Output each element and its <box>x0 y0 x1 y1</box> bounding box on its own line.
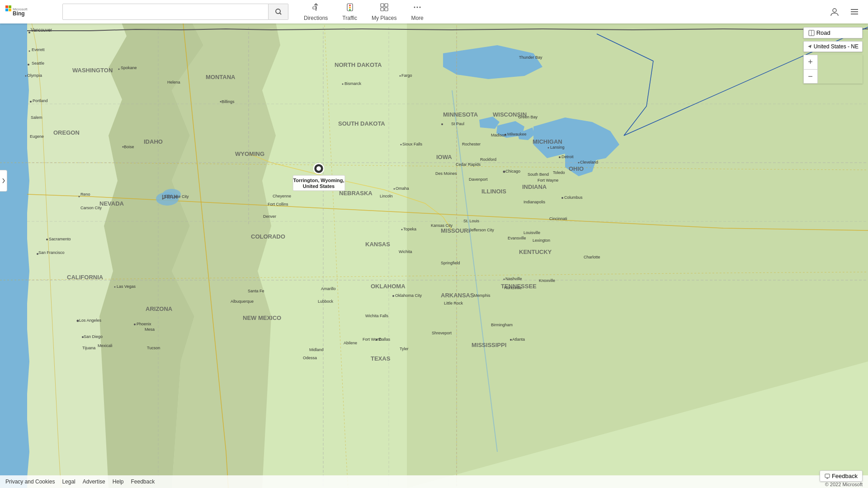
traffic-label: Traffic <box>342 15 357 21</box>
svg-text:Lubbock: Lubbock <box>318 299 334 304</box>
svg-text:ILLINOIS: ILLINOIS <box>481 188 506 195</box>
svg-text:Salem: Salem <box>31 115 42 120</box>
svg-text:Albuquerque: Albuquerque <box>231 299 254 304</box>
nav-buttons: Directions Traffic My Places More <box>297 1 430 23</box>
svg-rect-163 <box>5 9 8 11</box>
svg-text:Columbus: Columbus <box>564 195 583 200</box>
svg-text:Oklahoma City: Oklahoma City <box>395 293 422 298</box>
map-container[interactable]: Vancouver Everett Seattle Olympia Portla… <box>0 0 868 488</box>
svg-text:Mexicali: Mexicali <box>98 343 113 348</box>
svg-text:Madison: Madison <box>491 133 506 137</box>
svg-point-13 <box>28 32 30 33</box>
svg-point-41 <box>504 279 505 280</box>
svg-text:Portland: Portland <box>33 99 48 103</box>
bing-logo: Microsoft Bing <box>5 5 55 18</box>
location-selector-label: United States - NE <box>814 43 859 50</box>
bottom-feedback-link[interactable]: Feedback <box>131 479 155 485</box>
my-places-button[interactable]: My Places <box>365 1 403 23</box>
svg-text:Cincinnati: Cincinnati <box>549 216 567 221</box>
svg-point-179 <box>417 6 418 8</box>
svg-text:Amarillo: Amarillo <box>321 286 336 291</box>
svg-point-29 <box>342 84 344 85</box>
feedback-button[interactable]: Feedback <box>820 470 863 482</box>
svg-text:Phoenix: Phoenix <box>137 322 151 326</box>
svg-text:Cleveland: Cleveland <box>580 160 598 164</box>
svg-point-31 <box>401 144 402 145</box>
svg-text:Tyler: Tyler <box>400 347 409 351</box>
svg-text:San Diego: San Diego <box>84 334 103 339</box>
search-input[interactable]: Torrington, Wyoming, United States <box>62 4 269 20</box>
legal-link[interactable]: Legal <box>62 479 75 485</box>
traffic-icon <box>345 3 354 14</box>
svg-text:Bismarck: Bismarck <box>344 81 362 86</box>
svg-text:Boise: Boise <box>124 145 134 149</box>
more-button[interactable]: More <box>405 1 429 23</box>
svg-text:Olympia: Olympia <box>27 73 42 78</box>
svg-text:Evansville: Evansville <box>508 236 526 240</box>
svg-text:Sioux Falls: Sioux Falls <box>402 142 423 146</box>
svg-text:WYOMING: WYOMING <box>235 150 264 157</box>
svg-text:TENNESSEE: TENNESSEE <box>501 283 537 290</box>
svg-point-24 <box>79 196 80 197</box>
svg-text:Nashville: Nashville <box>505 277 522 281</box>
map-svg: Vancouver Everett Seattle Olympia Portla… <box>0 0 868 488</box>
svg-point-40 <box>578 162 580 164</box>
svg-text:Everett: Everett <box>32 47 45 52</box>
svg-text:Lansing: Lansing <box>550 145 565 150</box>
svg-text:WISCONSIN: WISCONSIN <box>493 111 527 118</box>
sidebar-toggle-button[interactable] <box>0 170 7 192</box>
svg-text:Abilene: Abilene <box>344 341 357 345</box>
svg-point-172 <box>349 7 351 9</box>
user-icon <box>830 7 840 17</box>
svg-text:COLORADO: COLORADO <box>251 233 285 240</box>
svg-text:Lexington: Lexington <box>533 238 550 243</box>
svg-point-44 <box>392 295 394 297</box>
topbar: Microsoft Bing Torrington, Wyoming, Unit… <box>0 0 868 23</box>
svg-text:Dallas: Dallas <box>379 337 391 342</box>
svg-text:Charlotte: Charlotte <box>584 255 600 259</box>
svg-text:MONTANA: MONTANA <box>206 74 236 80</box>
svg-text:INDIANA: INDIANA <box>522 183 547 190</box>
privacy-cookies-link[interactable]: Privacy and Cookies <box>5 479 55 485</box>
svg-text:Knoxville: Knoxville <box>539 278 555 283</box>
svg-rect-177 <box>385 8 388 11</box>
svg-text:KENTUCKY: KENTUCKY <box>519 249 552 255</box>
location-selector[interactable]: United States - NE <box>803 41 863 52</box>
svg-text:Wichita Falls: Wichita Falls <box>365 314 389 318</box>
svg-point-25 <box>114 286 116 288</box>
svg-text:Davenport: Davenport <box>469 177 488 182</box>
user-icon-button[interactable] <box>826 4 843 20</box>
svg-text:Las Vegas: Las Vegas <box>117 284 136 289</box>
feedback-icon <box>825 474 830 479</box>
svg-text:Reno: Reno <box>80 192 90 197</box>
right-controls <box>826 4 868 20</box>
more-icon <box>413 3 422 14</box>
svg-rect-164 <box>9 9 11 11</box>
svg-text:Rochester: Rochester <box>462 142 481 146</box>
directions-icon <box>311 3 321 14</box>
svg-point-38 <box>559 156 561 158</box>
svg-point-173 <box>349 9 351 11</box>
traffic-button[interactable]: Traffic <box>336 1 363 23</box>
svg-point-171 <box>349 5 351 6</box>
svg-text:Little Rock: Little Rock <box>444 301 463 305</box>
svg-text:KANSAS: KANSAS <box>365 241 390 248</box>
svg-text:NEW MEXICO: NEW MEXICO <box>243 314 281 321</box>
advertise-link[interactable]: Advertise <box>83 479 105 485</box>
directions-button[interactable]: Directions <box>297 1 334 23</box>
svg-point-34 <box>401 229 403 230</box>
svg-text:Cheyenne: Cheyenne <box>273 194 291 198</box>
hamburger-menu-button[interactable] <box>846 4 863 20</box>
zoom-in-button[interactable]: + <box>803 55 818 69</box>
svg-point-178 <box>414 6 415 8</box>
svg-point-30 <box>400 75 401 77</box>
search-button[interactable] <box>269 4 288 20</box>
search-icon <box>275 8 282 15</box>
svg-text:St. Louis: St. Louis <box>463 219 480 223</box>
svg-text:Wichita: Wichita <box>399 249 412 254</box>
road-view-button[interactable]: Road <box>803 27 863 38</box>
help-link[interactable]: Help <box>113 479 124 485</box>
zoom-out-button[interactable]: − <box>803 69 818 84</box>
svg-point-157 <box>316 166 321 171</box>
svg-text:Spokane: Spokane <box>121 66 137 70</box>
